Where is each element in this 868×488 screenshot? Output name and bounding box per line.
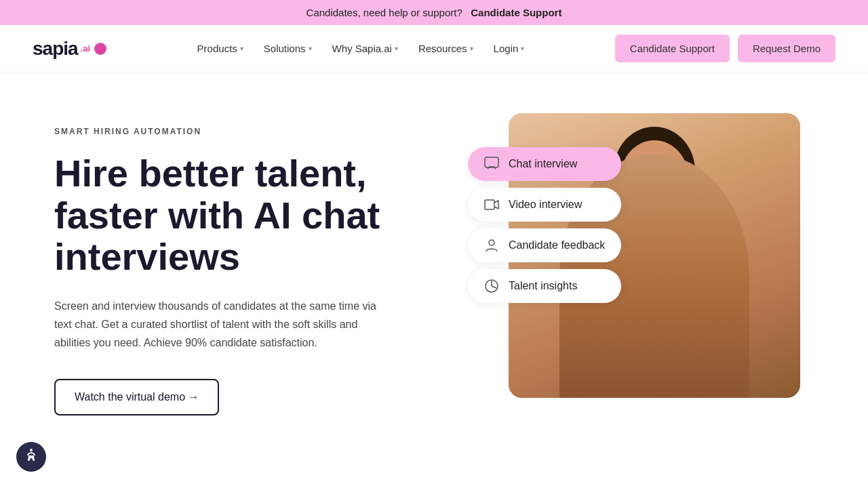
svg-point-2 [489, 240, 494, 245]
hero-section: SMART HIRING AUTOMATION Hire better tale… [0, 73, 868, 466]
nav-link-why-sapia[interactable]: Why Sapia.ai ▾ [324, 37, 406, 60]
logo-text: sapia [33, 38, 78, 60]
nav-item-why-sapia[interactable]: Why Sapia.ai ▾ [324, 37, 406, 60]
banner-text-suffix: , need help or support? [357, 7, 462, 18]
logo-ai-superscript: .ai [81, 43, 90, 54]
chevron-down-icon: ▾ [521, 45, 524, 52]
accessibility-button[interactable] [16, 442, 46, 472]
feature-label-video: Video interview [509, 199, 582, 211]
logo[interactable]: sapia.ai [33, 38, 106, 60]
chevron-down-icon: ▾ [240, 45, 243, 52]
svg-rect-0 [485, 157, 498, 167]
nav-label-why-sapia: Why Sapia.ai [332, 43, 392, 54]
nav-label-solutions: Solutions [264, 43, 306, 54]
svg-rect-1 [485, 200, 494, 209]
banner-support-link[interactable]: Candidate Support [471, 7, 561, 18]
feature-card-talent-insights[interactable]: Talent insights [468, 269, 621, 303]
chart-icon [484, 279, 499, 293]
feature-card-candidate-feedback[interactable]: Candidate feedback [468, 228, 621, 262]
svg-point-4 [30, 449, 33, 451]
hero-visual: Chat interview Video interview [475, 113, 814, 398]
nav-label-login: Login [494, 43, 519, 54]
chat-icon [484, 157, 499, 171]
nav-label-resources: Resources [418, 43, 467, 54]
chevron-down-icon: ▾ [395, 45, 398, 52]
nav-link-resources[interactable]: Resources ▾ [410, 37, 481, 60]
request-demo-button[interactable]: Request Demo [738, 35, 835, 62]
video-icon [484, 197, 499, 212]
nav-item-products[interactable]: Products ▾ [189, 37, 252, 60]
chevron-down-icon: ▾ [309, 45, 312, 52]
nav-link-products[interactable]: Products ▾ [189, 37, 252, 60]
main-nav: sapia.ai Products ▾ Solutions ▾ Why Sapi… [0, 25, 868, 73]
nav-actions: Candidate Support Request Demo [615, 35, 835, 62]
feature-label-talent-insights: Talent insights [509, 280, 577, 292]
nav-label-products: Products [197, 43, 237, 54]
feature-label-candidate-feedback: Candidate feedback [509, 239, 605, 251]
nav-link-login[interactable]: Login ▾ [486, 37, 533, 60]
accessibility-icon [23, 447, 39, 467]
nav-item-login[interactable]: Login ▾ [486, 37, 533, 60]
logo-dot-icon [94, 43, 106, 55]
hero-title: Hire better talent, faster with AI chat … [54, 152, 407, 278]
nav-links: Products ▾ Solutions ▾ Why Sapia.ai ▾ Re… [189, 37, 533, 60]
candidate-support-button[interactable]: Candidate Support [615, 35, 730, 62]
top-banner: Candidates, need help or support? Candid… [0, 0, 868, 25]
feature-card-chat-interview[interactable]: Chat interview [468, 147, 621, 181]
feature-card-video-interview[interactable]: Video interview [468, 188, 621, 222]
watch-demo-button[interactable]: Watch the virtual demo → [54, 379, 219, 415]
hero-description: Screen and interview thousands of candid… [54, 297, 380, 352]
nav-item-solutions[interactable]: Solutions ▾ [256, 37, 320, 60]
user-icon [484, 238, 499, 253]
nav-link-solutions[interactable]: Solutions ▾ [256, 37, 320, 60]
hero-content: SMART HIRING AUTOMATION Hire better tale… [54, 113, 407, 415]
banner-text-prefix: Candidates [307, 7, 358, 18]
hero-label: SMART HIRING AUTOMATION [54, 127, 407, 136]
feature-cards-list: Chat interview Video interview [468, 147, 621, 303]
feature-label-chat: Chat interview [509, 158, 577, 170]
chevron-down-icon: ▾ [470, 45, 473, 52]
nav-item-resources[interactable]: Resources ▾ [410, 37, 481, 60]
